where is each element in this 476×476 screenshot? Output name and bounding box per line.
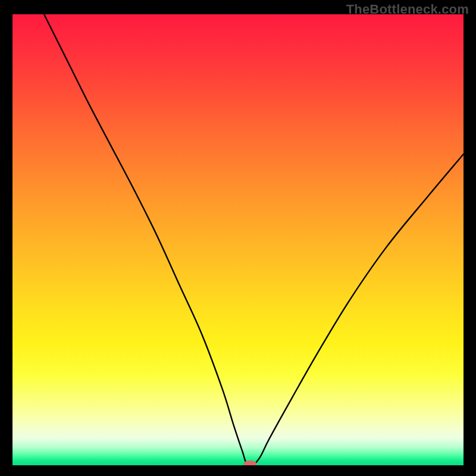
plot-area <box>12 14 464 465</box>
curve-layer <box>12 14 464 465</box>
bottleneck-curve-path <box>44 14 464 465</box>
chart-frame: TheBottleneck.com <box>0 0 476 476</box>
